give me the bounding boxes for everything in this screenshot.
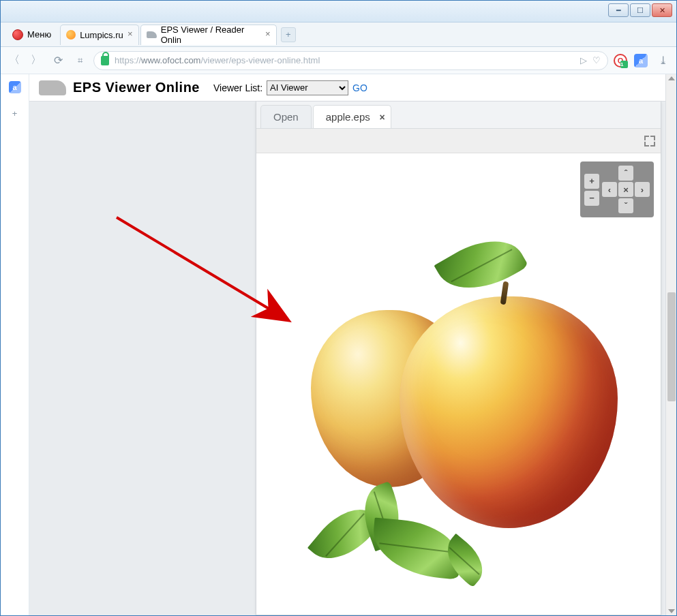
viewer-tab-label: apple.eps <box>326 111 370 123</box>
new-tab-button[interactable]: + <box>281 27 296 42</box>
viewer-canvas[interactable]: + − ˆ ‹ × › ˇ <box>256 153 661 615</box>
vertical-scrollbar[interactable] <box>665 74 676 615</box>
opera-menu-button[interactable]: Меню <box>5 25 59 45</box>
scrollbar-thumb[interactable] <box>667 292 676 401</box>
window-minimize-button[interactable]: ━ <box>608 3 629 17</box>
apple-shape <box>400 296 618 528</box>
go-link[interactable]: GO <box>352 82 367 93</box>
nav-back-button[interactable]: 〈 <box>6 52 22 69</box>
leaf-shape <box>434 225 529 307</box>
nav-forward-button[interactable]: 〉 <box>28 52 44 69</box>
sidebar-add-button[interactable]: + <box>7 106 22 121</box>
extension-translate-icon[interactable]: a <box>634 54 648 67</box>
viewer-tab-open[interactable]: Open <box>260 105 312 128</box>
viewer-toolbar <box>256 129 661 153</box>
close-icon[interactable]: × <box>125 30 135 40</box>
page-title: EPS Viewer Online <box>73 80 200 95</box>
file-viewer-panel: Open apple.eps × + − <box>256 102 661 615</box>
extension-opera-icon[interactable]: O1 <box>614 54 627 67</box>
viewer-tab-label: Open <box>273 111 299 123</box>
pan-left-button[interactable]: ‹ <box>602 182 617 197</box>
pan-down-button[interactable]: ˇ <box>618 198 633 213</box>
sidebar-translate-button[interactable]: a <box>7 80 22 95</box>
favicon-icon <box>66 30 76 40</box>
scroll-up-icon[interactable] <box>668 76 675 80</box>
viewer-tab-bar: Open apple.eps × <box>256 102 661 129</box>
pan-right-button[interactable]: › <box>635 182 650 197</box>
window-titlebar: ━ ☐ ✕ <box>1 1 676 22</box>
opera-icon <box>12 29 23 40</box>
zoom-out-button[interactable]: − <box>584 191 599 206</box>
browser-sidebar: a + <box>1 74 29 615</box>
scroll-down-icon[interactable] <box>668 609 675 613</box>
spacer <box>635 198 650 213</box>
browser-tab-bar: Меню Lumpics.ru × EPS Viewer / Reader On… <box>1 22 676 47</box>
fullscreen-icon[interactable] <box>644 136 655 147</box>
nav-reload-button[interactable]: ⟳ <box>50 52 66 69</box>
viewer-tab-file[interactable]: apple.eps × <box>313 105 391 128</box>
viewer-list-select[interactable]: AI Viewer <box>267 80 348 95</box>
browser-tab-epsviewer[interactable]: EPS Viewer / Reader Onlin × <box>140 25 277 45</box>
page-content: EPS Viewer Online Viewer List: AI Viewer… <box>29 74 665 615</box>
speed-dial-button[interactable]: ⌗ <box>72 52 88 69</box>
tab-title: Lumpics.ru <box>80 30 123 40</box>
pan-up-button[interactable]: ˆ <box>618 166 633 181</box>
window-maximize-button[interactable]: ☐ <box>630 3 650 17</box>
viewer-list-label: Viewer List: <box>213 82 262 93</box>
lock-icon <box>101 56 109 65</box>
spacer <box>602 166 617 181</box>
page-header: EPS Viewer Online Viewer List: AI Viewer… <box>29 74 665 102</box>
bookmark-icon[interactable]: ♡ <box>592 55 601 65</box>
zoom-in-button[interactable]: + <box>584 174 599 189</box>
spacer <box>602 198 617 213</box>
menu-label: Меню <box>27 29 51 40</box>
window-close-button[interactable]: ✕ <box>652 3 672 17</box>
close-icon[interactable]: × <box>263 30 273 40</box>
pan-reset-button[interactable]: × <box>618 182 633 197</box>
tab-title: EPS Viewer / Reader Onlin <box>161 25 261 45</box>
close-icon[interactable]: × <box>380 112 385 123</box>
favicon-icon <box>147 31 157 38</box>
spacer <box>635 166 650 181</box>
send-icon[interactable]: ▷ <box>580 55 587 65</box>
browser-tab-lumpics[interactable]: Lumpics.ru × <box>60 25 139 45</box>
downloads-button[interactable]: ⤓ <box>655 52 671 69</box>
url-input[interactable]: https://www.ofoct.com/viewer/eps-viewer-… <box>93 51 608 70</box>
url-text: https://www.ofoct.com/viewer/eps-viewer-… <box>115 55 320 65</box>
rendered-image <box>284 228 631 583</box>
pan-zoom-controls: + − ˆ ‹ × › ˇ <box>580 161 654 217</box>
address-bar: 〈 〉 ⟳ ⌗ https://www.ofoct.com/viewer/eps… <box>1 47 676 74</box>
site-logo-icon <box>39 80 66 95</box>
